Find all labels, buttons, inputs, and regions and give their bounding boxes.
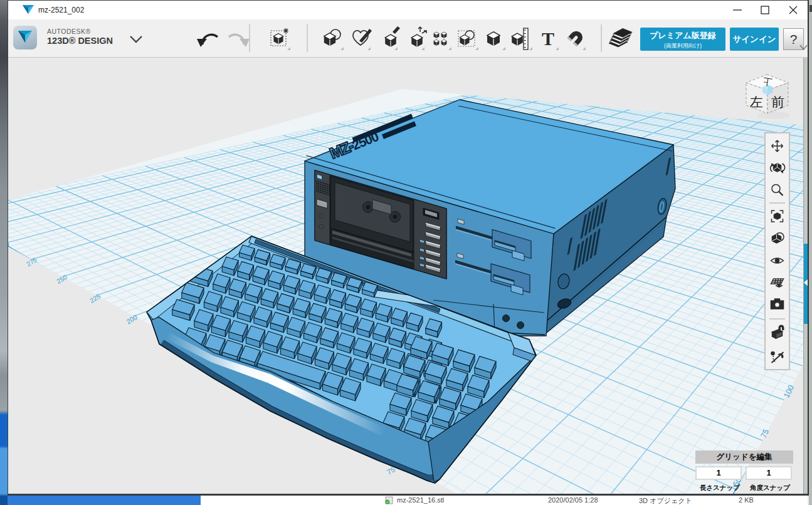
svg-text:上: 上 [762, 76, 772, 88]
svg-text:T: T [542, 28, 554, 49]
svg-text:左: 左 [749, 95, 763, 109]
svg-text:前: 前 [771, 95, 784, 109]
